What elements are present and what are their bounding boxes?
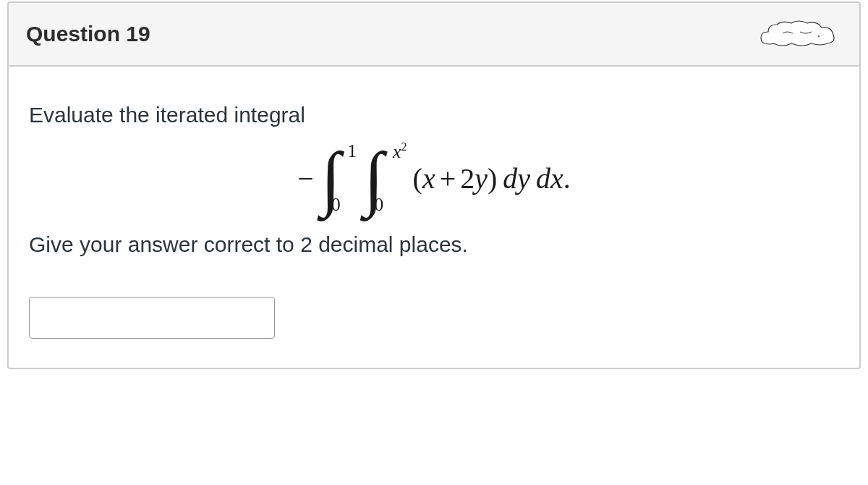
outer-integral: ∫ 1 0 bbox=[321, 149, 341, 207]
instruction-text: Give your answer correct to 2 decimal pl… bbox=[29, 232, 839, 257]
question-header: Question 19 bbox=[9, 3, 859, 67]
question-card: Question 19 Evaluate the iterated integr… bbox=[7, 1, 861, 369]
outer-lower-limit: 0 bbox=[331, 194, 341, 216]
inner-upper-limit: x2 bbox=[393, 140, 407, 163]
prompt-text: Evaluate the iterated integral bbox=[29, 103, 839, 127]
svg-point-0 bbox=[818, 35, 820, 37]
question-title: Question 19 bbox=[26, 22, 150, 46]
integrand: (x+2y)dydx. bbox=[413, 161, 571, 195]
inner-lower-limit: 0 bbox=[374, 194, 383, 216]
inner-integral: ∫ x2 0 bbox=[364, 149, 383, 207]
outer-upper-limit: 1 bbox=[347, 140, 357, 162]
equation: − ∫ 1 0 ∫ x2 0 (x+2y)dydx. bbox=[29, 149, 839, 207]
cloud-scribble-icon bbox=[755, 16, 842, 52]
question-body: Evaluate the iterated integral − ∫ 1 0 ∫… bbox=[9, 67, 859, 368]
answer-input[interactable] bbox=[29, 297, 275, 339]
leading-minus: − bbox=[297, 161, 314, 195]
